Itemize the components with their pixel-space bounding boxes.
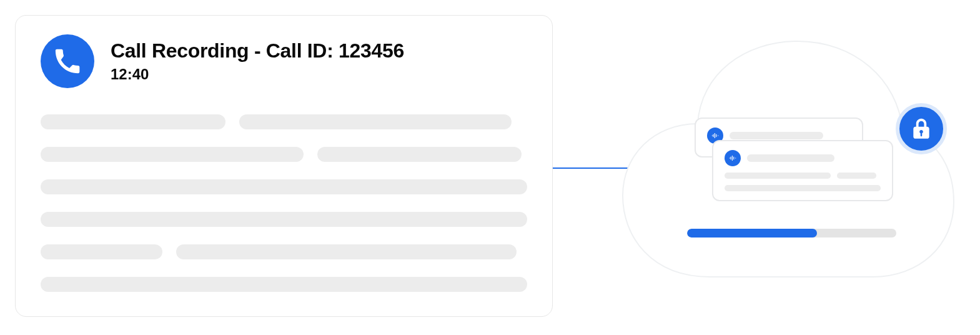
lock-icon <box>896 103 947 154</box>
transcript-skeleton <box>41 114 527 292</box>
skeleton-bar <box>41 212 527 227</box>
skeleton-row <box>41 114 527 129</box>
skeleton-row <box>41 244 527 259</box>
skeleton-bar <box>317 147 522 162</box>
skeleton-bar <box>41 179 527 194</box>
skeleton-bar <box>725 172 831 179</box>
skeleton-bar <box>41 147 304 162</box>
skeleton-row <box>41 147 527 162</box>
mini-card <box>712 140 893 201</box>
skeleton-bar <box>41 114 225 129</box>
skeleton-bar <box>176 244 517 259</box>
call-title: Call Recording - Call ID: 123456 <box>111 39 404 62</box>
call-card-heading: Call Recording - Call ID: 123456 12:40 <box>111 39 404 84</box>
skeleton-row <box>41 277 527 292</box>
skeleton-bar <box>747 154 834 162</box>
skeleton-bar <box>41 277 527 292</box>
cloud-progress-bar <box>687 229 896 238</box>
skeleton-bar <box>41 244 162 259</box>
cloud-illustration <box>616 30 957 280</box>
phone-icon <box>41 34 94 88</box>
cloud-progress-fill <box>687 229 817 238</box>
audio-wave-icon <box>725 150 741 166</box>
skeleton-bar <box>837 172 876 179</box>
skeleton-row <box>41 212 527 227</box>
skeleton-bar <box>725 185 881 191</box>
call-card-header: Call Recording - Call ID: 123456 12:40 <box>41 34 527 88</box>
skeleton-bar <box>239 114 512 129</box>
skeleton-bar <box>730 132 823 139</box>
call-recording-card: Call Recording - Call ID: 123456 12:40 <box>15 15 553 317</box>
call-time: 12:40 <box>111 66 404 83</box>
skeleton-row <box>41 179 527 194</box>
